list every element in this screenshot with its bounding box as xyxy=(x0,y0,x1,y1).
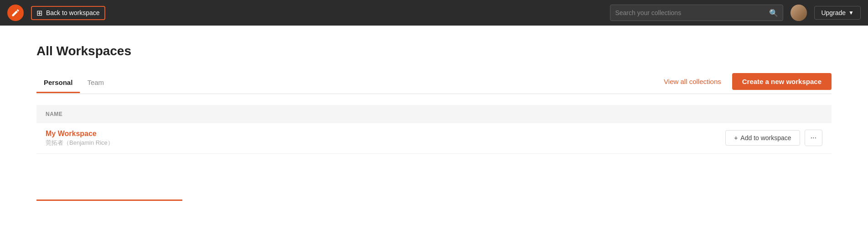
workspace-owner: 莞拓者（Benjamin Rice） xyxy=(46,139,367,147)
tab-team[interactable]: Team xyxy=(80,74,111,93)
view-all-collections-link[interactable]: View all collections xyxy=(664,78,721,85)
search-input[interactable] xyxy=(615,9,769,16)
back-label: Back to workspace xyxy=(46,9,100,16)
table-actions: + Add to workspace ··· xyxy=(386,130,822,146)
create-new-workspace-button[interactable]: Create a new workspace xyxy=(732,73,832,90)
search-icon[interactable]: 🔍 xyxy=(769,9,778,17)
upgrade-label: Upgrade xyxy=(821,9,846,16)
avatar-image xyxy=(790,5,807,21)
name-column-header: NAME xyxy=(36,105,377,123)
actions-column-header xyxy=(377,105,832,123)
table-header: NAME xyxy=(36,105,832,123)
search-container: 🔍 xyxy=(610,5,783,21)
tabs-right: View all collections Create a new worksp… xyxy=(664,73,832,94)
workspace-name[interactable]: My Workspace xyxy=(46,130,367,138)
page-title: All Workspaces xyxy=(36,44,832,58)
workspace-name-cell: My Workspace 莞拓者（Benjamin Rice） xyxy=(36,123,377,154)
tabs-row: Personal Team View all collections Creat… xyxy=(36,73,832,94)
topnav: ⊞ Back to workspace 🔍 Upgrade ▼ xyxy=(0,0,868,26)
table-row: My Workspace 莞拓者（Benjamin Rice） + Add to… xyxy=(36,123,832,154)
ellipsis-icon: ··· xyxy=(811,134,816,142)
workspace-actions-cell: + Add to workspace ··· xyxy=(377,123,832,154)
back-to-workspace-button[interactable]: ⊞ Back to workspace xyxy=(31,6,105,20)
red-underline-decoration xyxy=(36,200,182,201)
chevron-down-icon: ▼ xyxy=(848,10,854,16)
workspace-table: NAME My Workspace 莞拓者（Benjamin Rice） + A… xyxy=(36,105,832,154)
more-options-button[interactable]: ··· xyxy=(805,130,822,146)
add-to-workspace-button[interactable]: + Add to workspace xyxy=(725,130,800,146)
tab-personal[interactable]: Personal xyxy=(36,74,80,93)
main-content: All Workspaces Personal Team View all co… xyxy=(0,26,868,172)
avatar[interactable] xyxy=(790,5,807,21)
upgrade-button[interactable]: Upgrade ▼ xyxy=(814,6,861,20)
logo-button[interactable] xyxy=(7,5,24,21)
table-body: My Workspace 莞拓者（Benjamin Rice） + Add to… xyxy=(36,123,832,154)
tabs-left: Personal Team xyxy=(36,74,664,93)
plus-icon: + xyxy=(734,134,738,142)
grid-icon: ⊞ xyxy=(36,9,42,17)
pencil-icon xyxy=(11,8,20,17)
add-to-workspace-label: Add to workspace xyxy=(740,134,791,142)
